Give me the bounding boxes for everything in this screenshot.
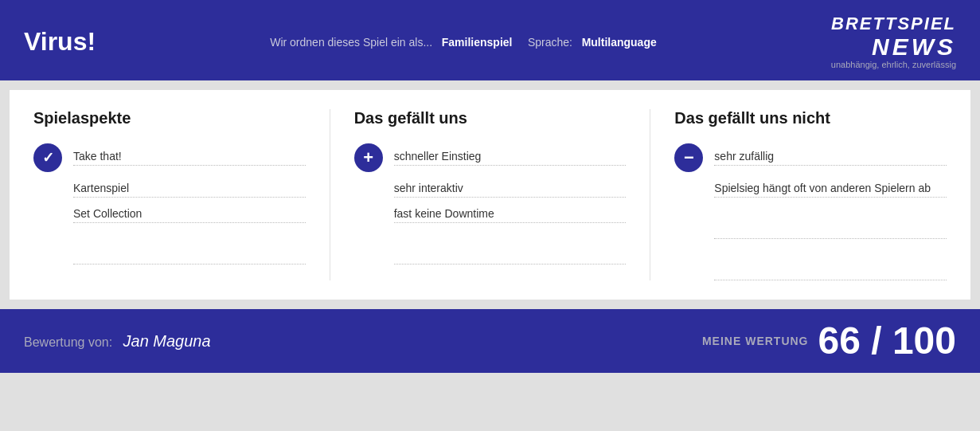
col3-title: Das gefällt uns nicht [674,109,947,127]
item-text: Set Collection [73,207,306,223]
logo-line2: NEWS [831,33,956,60]
plus-icon: + [354,143,383,172]
language-value: Multilanguage [582,36,657,49]
meta-prefix: Wir ordnen dieses Spiel ein als... [270,36,432,49]
reviewer-name: Jan Maguna [123,332,211,350]
footer-reviewer: Bewertung von: Jan Maguna [24,332,211,351]
item-text: Spielsieg hängt oft von anderen Spielern… [714,182,947,198]
list-item [674,207,947,239]
header-meta: Wir ordnen dieses Spiel ein als... Famil… [270,36,657,49]
check-icon: ✓ [33,143,62,172]
header: Virus! Wir ordnen dieses Spiel ein als..… [0,0,980,80]
list-item: Spielsieg hängt oft von anderen Spielern… [674,182,947,198]
col2-title: Das gefällt uns [354,109,627,127]
item-text: Kartenspiel [73,182,306,198]
col3-items: − sehr zufällig Spielsieg hängt oft von … [674,143,947,280]
column-positive: Das gefällt uns + schneller Einstieg seh… [330,109,651,280]
footer: Bewertung von: Jan Maguna MEINE WERTUNG … [0,309,980,373]
list-item: − sehr zufällig [674,143,947,172]
rating-value: 66 / 100 [818,322,957,360]
empty-row [714,207,947,239]
language-label: Sprache: [528,36,572,49]
empty-row [714,249,947,280]
logo-subtitle: unabhängig, ehrlich, zuverlässig [831,60,956,69]
item-text: sehr zufällig [714,150,947,166]
column-spielaspekte: Spielaspekte ✓ Take that! Kartenspiel Se… [33,109,330,280]
list-item: Set Collection [33,207,306,223]
col1-items: ✓ Take that! Kartenspiel Set Collection [33,143,306,264]
col1-title: Spielaspekte [33,109,306,127]
main-content: Spielaspekte ✓ Take that! Kartenspiel Se… [10,90,970,300]
empty-row [73,233,306,264]
logo: BRETTSPIEL NEWS unabhängig, ehrlich, zuv… [831,14,956,69]
list-item: ✓ Take that! [33,143,306,172]
rating-max: 100 [892,319,956,362]
item-text: fast keine Downtime [394,207,627,223]
item-text: sehr interaktiv [394,182,627,198]
item-text: Take that! [73,150,306,166]
logo-line1: BRETTSPIEL [831,14,956,33]
game-type: Familienspiel [442,36,513,49]
rating-separator: / [871,319,892,362]
list-item: sehr interaktiv [354,182,627,198]
column-negative: Das gefällt uns nicht − sehr zufällig Sp… [650,109,947,280]
rating-score: 66 [818,319,861,362]
rating-prefix: Bewertung von: [24,335,112,349]
game-title: Virus! [24,27,96,57]
list-item: + schneller Einstieg [354,143,627,172]
list-item [674,249,947,280]
footer-rating: MEINE WERTUNG 66 / 100 [702,322,956,360]
list-item: fast keine Downtime [354,207,627,223]
list-item [33,233,306,264]
empty-row [394,233,627,264]
item-text: schneller Einstieg [394,150,627,166]
columns: Spielaspekte ✓ Take that! Kartenspiel Se… [33,109,947,280]
header-center: Wir ordnen dieses Spiel ein als... Famil… [270,36,657,49]
list-item [354,233,627,264]
rating-label: MEINE WERTUNG [702,335,809,347]
minus-icon: − [674,143,703,172]
list-item: Kartenspiel [33,182,306,198]
col2-items: + schneller Einstieg sehr interaktiv fas… [354,143,627,264]
